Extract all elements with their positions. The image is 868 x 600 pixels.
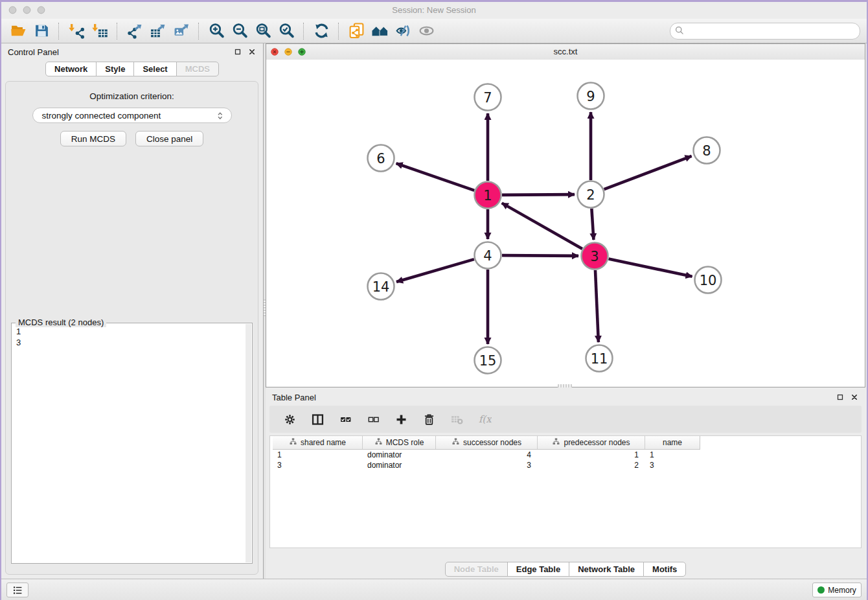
cell-MCDS-role[interactable]: dominator xyxy=(363,450,436,460)
tab-network[interactable]: Network xyxy=(45,62,97,76)
show-all-views-button[interactable] xyxy=(368,21,391,41)
run-mcds-button[interactable]: Run MCDS xyxy=(60,131,126,146)
column-label: successor nodes xyxy=(463,438,521,447)
float-table-panel-icon[interactable] xyxy=(836,392,846,402)
node-label-1: 1 xyxy=(483,188,492,203)
graph-node-11[interactable]: 11 xyxy=(586,345,613,372)
cell-shared-name[interactable]: 1 xyxy=(273,450,363,460)
cell-successor-nodes[interactable]: 4 xyxy=(436,450,538,460)
toggle-columns-button[interactable] xyxy=(309,410,326,428)
graph-node-14[interactable]: 14 xyxy=(368,273,394,300)
table-row-1[interactable]: 1dominator411 xyxy=(273,450,861,460)
table-panel-header: Table Panel xyxy=(266,389,865,407)
open-session-button[interactable] xyxy=(6,21,30,41)
import-table-button[interactable] xyxy=(88,21,111,41)
table-tab-network-table[interactable]: Network Table xyxy=(569,562,644,577)
graph-node-15[interactable]: 15 xyxy=(475,347,501,374)
column-header-successor-nodes[interactable]: successor nodes xyxy=(436,436,538,449)
export-table-button[interactable] xyxy=(146,21,170,41)
graph-edge-2-8[interactable] xyxy=(604,156,692,189)
mcds-result-box: MCDS result (2 nodes) 1 3 xyxy=(11,323,253,564)
deselect-all-button[interactable] xyxy=(365,410,382,428)
graph-node-9[interactable]: 9 xyxy=(578,83,604,110)
table-row-2[interactable]: 3dominator323 xyxy=(273,460,861,470)
clone-network-button[interactable] xyxy=(345,21,368,41)
close-panel-button[interactable]: Close panel xyxy=(135,131,203,146)
graph-node-8[interactable]: 8 xyxy=(694,137,720,164)
table-tab-edge-table[interactable]: Edge Table xyxy=(507,562,569,577)
hide-detail-button[interactable] xyxy=(391,21,415,41)
export-network-button[interactable] xyxy=(123,21,146,41)
close-panel-icon[interactable] xyxy=(247,47,258,57)
save-session-button[interactable] xyxy=(30,21,53,41)
select-all-button[interactable] xyxy=(337,410,354,428)
network-window: scc.txt 1234678910111415 xyxy=(266,43,865,387)
task-history-button[interactable] xyxy=(6,583,29,597)
cell-name[interactable]: 1 xyxy=(645,450,700,460)
graph-node-3[interactable]: 3 xyxy=(582,243,608,270)
graph-edge-3-10[interactable] xyxy=(609,259,692,277)
column-header-MCDS-role[interactable]: MCDS role xyxy=(363,436,436,449)
export-image-button[interactable] xyxy=(170,21,193,41)
node-label-14: 14 xyxy=(372,279,390,295)
zoom-in-icon xyxy=(209,23,225,39)
import-network-icon xyxy=(69,23,85,39)
network-canvas[interactable]: 1234678910111415 xyxy=(266,60,865,387)
graph-node-7[interactable]: 7 xyxy=(475,84,501,111)
svg-text:f(x): f(x) xyxy=(478,413,491,424)
column-header-shared-name[interactable]: shared name xyxy=(273,436,363,449)
cell-shared-name[interactable]: 3 xyxy=(273,460,363,470)
network-graph[interactable]: 1234678910111415 xyxy=(266,60,865,387)
search-icon xyxy=(674,25,685,39)
function-builder-icon: f(x) xyxy=(478,413,492,426)
cell-successor-nodes[interactable]: 3 xyxy=(436,460,538,470)
column-header-name[interactable]: name xyxy=(645,436,700,449)
graph-node-6[interactable]: 6 xyxy=(368,145,394,172)
graph-edge-3-1[interactable] xyxy=(502,203,582,249)
zoom-out-button[interactable] xyxy=(228,21,251,41)
close-table-panel-icon[interactable] xyxy=(850,392,860,402)
graph-node-10[interactable]: 10 xyxy=(695,267,722,294)
hide-detail-icon xyxy=(395,23,411,39)
mcds-result-text[interactable]: 1 3 xyxy=(13,326,244,562)
graph-node-4[interactable]: 4 xyxy=(475,242,501,269)
tab-select[interactable]: Select xyxy=(133,62,176,76)
graph-edge-1-6[interactable] xyxy=(396,163,475,190)
criterion-dropdown[interactable]: strongly connected component xyxy=(32,108,232,123)
table-tab-motifs[interactable]: Motifs xyxy=(643,562,686,577)
apply-layout-button[interactable] xyxy=(310,21,333,41)
graph-edge-2-3[interactable] xyxy=(591,209,593,240)
cell-predecessor-nodes[interactable]: 2 xyxy=(538,460,645,470)
graph-edge-4-3[interactable] xyxy=(502,255,578,256)
zoom-selected-button[interactable] xyxy=(275,21,298,41)
zoom-fit-content-button[interactable] xyxy=(251,21,275,41)
graph-edge-1-2[interactable] xyxy=(502,194,575,195)
canvas-resize-grip[interactable] xyxy=(558,384,572,387)
graph-node-2[interactable]: 2 xyxy=(578,181,604,208)
tab-style[interactable]: Style xyxy=(96,62,134,76)
zoom-in-button[interactable] xyxy=(205,21,228,41)
add-entry-icon xyxy=(394,413,408,426)
show-detail-icon xyxy=(418,23,435,39)
graph-edge-4-14[interactable] xyxy=(396,259,474,282)
tab-mcds[interactable]: MCDS xyxy=(176,62,219,76)
import-network-button[interactable] xyxy=(65,21,88,41)
result-scrollbar[interactable] xyxy=(246,324,251,562)
cell-MCDS-role[interactable]: dominator xyxy=(363,460,436,470)
table-tab-node-table[interactable]: Node Table xyxy=(445,562,508,577)
search-input[interactable] xyxy=(687,24,854,38)
memory-button[interactable]: Memory xyxy=(812,583,862,597)
hierarchy-icon xyxy=(552,437,560,448)
graph-node-1[interactable]: 1 xyxy=(475,182,501,209)
column-header-predecessor-nodes[interactable]: predecessor nodes xyxy=(538,436,645,449)
float-panel-icon[interactable] xyxy=(233,47,244,57)
cell-name[interactable]: 3 xyxy=(645,460,700,470)
delete-entry-button[interactable] xyxy=(420,410,437,428)
add-entry-button[interactable] xyxy=(393,410,409,428)
table-settings-button[interactable] xyxy=(281,410,298,428)
graph-edge-3-11[interactable] xyxy=(595,270,599,342)
node-label-11: 11 xyxy=(591,351,608,367)
node-label-8: 8 xyxy=(702,143,711,159)
toolbar-separator xyxy=(117,23,118,40)
cell-predecessor-nodes[interactable]: 1 xyxy=(538,450,645,460)
